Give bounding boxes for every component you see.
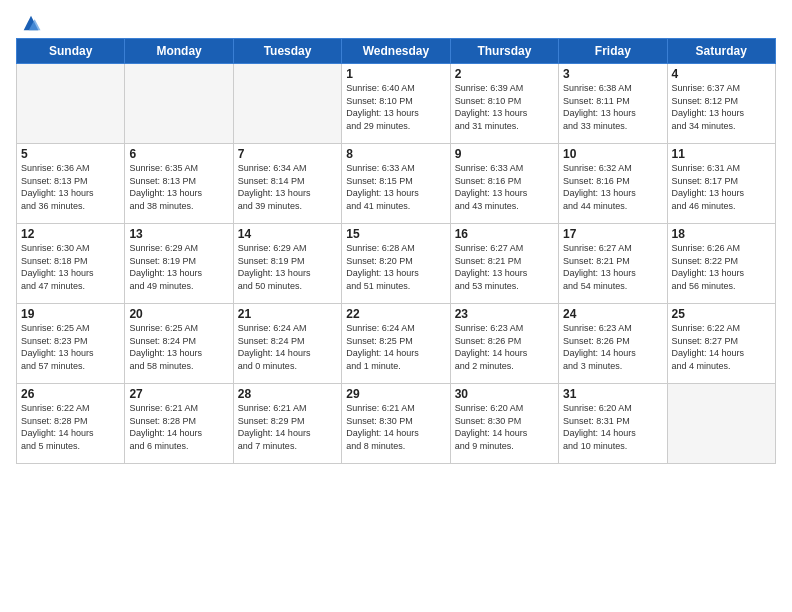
day-info: Sunrise: 6:39 AM Sunset: 8:10 PM Dayligh… [455,82,554,132]
day-info: Sunrise: 6:34 AM Sunset: 8:14 PM Dayligh… [238,162,337,212]
day-number: 16 [455,227,554,241]
weekday-header-friday: Friday [559,39,667,64]
calendar-cell: 15Sunrise: 6:28 AM Sunset: 8:20 PM Dayli… [342,224,450,304]
calendar-cell: 10Sunrise: 6:32 AM Sunset: 8:16 PM Dayli… [559,144,667,224]
day-number: 14 [238,227,337,241]
calendar-cell [667,384,775,464]
calendar-cell: 14Sunrise: 6:29 AM Sunset: 8:19 PM Dayli… [233,224,341,304]
day-info: Sunrise: 6:22 AM Sunset: 8:28 PM Dayligh… [21,402,120,452]
day-info: Sunrise: 6:22 AM Sunset: 8:27 PM Dayligh… [672,322,771,372]
day-info: Sunrise: 6:20 AM Sunset: 8:30 PM Dayligh… [455,402,554,452]
weekday-header-sunday: Sunday [17,39,125,64]
calendar-cell: 23Sunrise: 6:23 AM Sunset: 8:26 PM Dayli… [450,304,558,384]
day-number: 28 [238,387,337,401]
day-number: 9 [455,147,554,161]
calendar-cell: 25Sunrise: 6:22 AM Sunset: 8:27 PM Dayli… [667,304,775,384]
day-info: Sunrise: 6:21 AM Sunset: 8:30 PM Dayligh… [346,402,445,452]
weekday-header-saturday: Saturday [667,39,775,64]
logo [16,10,42,34]
calendar-cell: 30Sunrise: 6:20 AM Sunset: 8:30 PM Dayli… [450,384,558,464]
calendar-cell: 4Sunrise: 6:37 AM Sunset: 8:12 PM Daylig… [667,64,775,144]
day-info: Sunrise: 6:36 AM Sunset: 8:13 PM Dayligh… [21,162,120,212]
day-number: 15 [346,227,445,241]
day-info: Sunrise: 6:21 AM Sunset: 8:28 PM Dayligh… [129,402,228,452]
day-info: Sunrise: 6:21 AM Sunset: 8:29 PM Dayligh… [238,402,337,452]
day-info: Sunrise: 6:40 AM Sunset: 8:10 PM Dayligh… [346,82,445,132]
day-info: Sunrise: 6:35 AM Sunset: 8:13 PM Dayligh… [129,162,228,212]
day-info: Sunrise: 6:38 AM Sunset: 8:11 PM Dayligh… [563,82,662,132]
day-info: Sunrise: 6:27 AM Sunset: 8:21 PM Dayligh… [563,242,662,292]
day-info: Sunrise: 6:25 AM Sunset: 8:23 PM Dayligh… [21,322,120,372]
page: SundayMondayTuesdayWednesdayThursdayFrid… [0,0,792,474]
calendar-cell: 22Sunrise: 6:24 AM Sunset: 8:25 PM Dayli… [342,304,450,384]
day-number: 21 [238,307,337,321]
weekday-header-monday: Monday [125,39,233,64]
calendar-week-row: 1Sunrise: 6:40 AM Sunset: 8:10 PM Daylig… [17,64,776,144]
calendar-cell: 3Sunrise: 6:38 AM Sunset: 8:11 PM Daylig… [559,64,667,144]
calendar-cell: 28Sunrise: 6:21 AM Sunset: 8:29 PM Dayli… [233,384,341,464]
day-number: 8 [346,147,445,161]
calendar-cell: 20Sunrise: 6:25 AM Sunset: 8:24 PM Dayli… [125,304,233,384]
calendar-cell: 9Sunrise: 6:33 AM Sunset: 8:16 PM Daylig… [450,144,558,224]
day-number: 29 [346,387,445,401]
day-number: 12 [21,227,120,241]
calendar-cell: 1Sunrise: 6:40 AM Sunset: 8:10 PM Daylig… [342,64,450,144]
calendar-cell: 16Sunrise: 6:27 AM Sunset: 8:21 PM Dayli… [450,224,558,304]
calendar-cell: 27Sunrise: 6:21 AM Sunset: 8:28 PM Dayli… [125,384,233,464]
day-info: Sunrise: 6:31 AM Sunset: 8:17 PM Dayligh… [672,162,771,212]
calendar-cell: 19Sunrise: 6:25 AM Sunset: 8:23 PM Dayli… [17,304,125,384]
calendar-week-row: 5Sunrise: 6:36 AM Sunset: 8:13 PM Daylig… [17,144,776,224]
calendar-cell: 17Sunrise: 6:27 AM Sunset: 8:21 PM Dayli… [559,224,667,304]
day-number: 10 [563,147,662,161]
calendar-table: SundayMondayTuesdayWednesdayThursdayFrid… [16,38,776,464]
day-info: Sunrise: 6:32 AM Sunset: 8:16 PM Dayligh… [563,162,662,212]
day-number: 27 [129,387,228,401]
calendar-cell: 24Sunrise: 6:23 AM Sunset: 8:26 PM Dayli… [559,304,667,384]
day-number: 26 [21,387,120,401]
day-number: 11 [672,147,771,161]
day-number: 1 [346,67,445,81]
weekday-header-tuesday: Tuesday [233,39,341,64]
day-number: 30 [455,387,554,401]
day-info: Sunrise: 6:25 AM Sunset: 8:24 PM Dayligh… [129,322,228,372]
day-info: Sunrise: 6:20 AM Sunset: 8:31 PM Dayligh… [563,402,662,452]
day-number: 17 [563,227,662,241]
calendar-cell: 6Sunrise: 6:35 AM Sunset: 8:13 PM Daylig… [125,144,233,224]
day-number: 18 [672,227,771,241]
day-number: 3 [563,67,662,81]
day-number: 25 [672,307,771,321]
day-number: 5 [21,147,120,161]
calendar-cell [17,64,125,144]
day-number: 19 [21,307,120,321]
calendar-cell: 7Sunrise: 6:34 AM Sunset: 8:14 PM Daylig… [233,144,341,224]
calendar-cell: 13Sunrise: 6:29 AM Sunset: 8:19 PM Dayli… [125,224,233,304]
weekday-header-row: SundayMondayTuesdayWednesdayThursdayFrid… [17,39,776,64]
day-info: Sunrise: 6:27 AM Sunset: 8:21 PM Dayligh… [455,242,554,292]
calendar-cell: 8Sunrise: 6:33 AM Sunset: 8:15 PM Daylig… [342,144,450,224]
day-info: Sunrise: 6:24 AM Sunset: 8:24 PM Dayligh… [238,322,337,372]
day-number: 31 [563,387,662,401]
calendar-cell: 2Sunrise: 6:39 AM Sunset: 8:10 PM Daylig… [450,64,558,144]
day-info: Sunrise: 6:28 AM Sunset: 8:20 PM Dayligh… [346,242,445,292]
calendar-cell [233,64,341,144]
day-info: Sunrise: 6:23 AM Sunset: 8:26 PM Dayligh… [563,322,662,372]
calendar-cell: 26Sunrise: 6:22 AM Sunset: 8:28 PM Dayli… [17,384,125,464]
day-info: Sunrise: 6:30 AM Sunset: 8:18 PM Dayligh… [21,242,120,292]
calendar-cell: 21Sunrise: 6:24 AM Sunset: 8:24 PM Dayli… [233,304,341,384]
calendar-cell: 29Sunrise: 6:21 AM Sunset: 8:30 PM Dayli… [342,384,450,464]
day-number: 23 [455,307,554,321]
day-number: 20 [129,307,228,321]
calendar-week-row: 19Sunrise: 6:25 AM Sunset: 8:23 PM Dayli… [17,304,776,384]
day-number: 6 [129,147,228,161]
calendar-cell: 31Sunrise: 6:20 AM Sunset: 8:31 PM Dayli… [559,384,667,464]
logo-icon [20,12,42,34]
calendar-week-row: 26Sunrise: 6:22 AM Sunset: 8:28 PM Dayli… [17,384,776,464]
calendar-week-row: 12Sunrise: 6:30 AM Sunset: 8:18 PM Dayli… [17,224,776,304]
calendar-cell [125,64,233,144]
day-info: Sunrise: 6:24 AM Sunset: 8:25 PM Dayligh… [346,322,445,372]
day-info: Sunrise: 6:26 AM Sunset: 8:22 PM Dayligh… [672,242,771,292]
calendar-cell: 11Sunrise: 6:31 AM Sunset: 8:17 PM Dayli… [667,144,775,224]
day-number: 24 [563,307,662,321]
day-info: Sunrise: 6:33 AM Sunset: 8:16 PM Dayligh… [455,162,554,212]
day-info: Sunrise: 6:33 AM Sunset: 8:15 PM Dayligh… [346,162,445,212]
